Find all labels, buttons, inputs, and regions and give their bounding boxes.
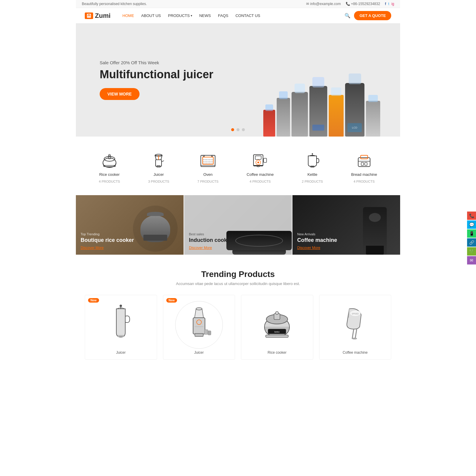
svg-point-47 [275,311,278,314]
coffee-feat-label: New Arrivals [297,232,337,236]
kettle-label: Kettle [307,172,317,177]
svg-point-35 [120,305,122,307]
instagram-icon[interactable]: ig [392,2,394,6]
category-kettle[interactable]: Kettle 2 PRODUCTS [302,151,323,183]
hero-dot-1[interactable] [231,128,234,131]
hero-text: Sale Offer 20% Off This Week Multifuncti… [100,60,213,100]
logo-icon [85,12,93,19]
rice-cooker-img [133,206,178,252]
bread-machine-icon [354,151,375,169]
product-name-1: Juicer [116,350,126,355]
svg-line-10 [162,161,164,162]
search-button[interactable]: 🔍 [345,13,350,18]
svg-rect-43 [208,331,211,335]
svg-text:SPEED: SPEED [352,313,359,315]
logo-text: Zumi [95,12,111,20]
nav-faqs[interactable]: FAQS [218,13,228,18]
twitter-icon[interactable]: t [388,2,389,6]
category-coffee[interactable]: Coffee machine 4 PRODUCTS [247,151,274,183]
bread-machine-count: 4 PRODUCTS [353,180,375,183]
rice-discover-link[interactable]: Discover More [81,246,104,250]
category-rice-cooker[interactable]: Rice cooker 4 PRODUCTS [99,151,120,183]
featured-induction[interactable]: Best sales Induction cooker Discover Mor… [184,195,292,255]
category-bread-machine[interactable]: Bread machine 4 PRODUCTS [351,151,377,183]
chevron-down-icon: ▾ [191,14,192,17]
rice-feat-title: Boutique rice cooker [81,237,134,243]
main-nav: HOME ABOUT US PRODUCTS ▾ NEWS FAQS CONTA… [123,13,345,18]
svg-rect-6 [156,160,162,166]
email-contact: ✉ info@example.com [306,2,341,6]
kettle-count: 2 PRODUCTS [302,180,323,183]
featured-rice-cooker[interactable]: Top Trending Boutique rice cooker Discov… [76,195,184,255]
get-quote-button[interactable]: GET A QUOTE [354,11,391,20]
product-card-3[interactable]: beko Rice cooker [241,295,313,360]
svg-point-37 [196,308,202,310]
oven-label: Oven [203,172,212,177]
product-img-1 [90,300,152,347]
svg-point-27 [312,153,313,154]
rice-cooker-count: 4 PRODUCTS [99,180,120,183]
category-juicer[interactable]: Juicer 3 PRODUCTS [148,151,169,183]
product-card-1[interactable]: New Juicer [85,295,157,360]
induction-feat-title: Induction cooker [189,237,232,243]
juicer-label: Juicer [154,172,164,177]
nav-home[interactable]: HOME [123,13,134,18]
svg-rect-19 [253,155,263,166]
induction-discover-link[interactable]: Discover More [189,246,212,250]
trending-section: Trending Products Accumsan vitae pede la… [76,258,400,366]
oven-icon [198,151,218,169]
svg-rect-23 [255,156,261,159]
hero-dots [231,128,245,131]
featured-coffee[interactable]: New Arrivals Coffee machine Discover Mor… [292,195,400,255]
top-bar-right: ✉ info@example.com 📞 +86-15529234832 f t… [306,2,394,6]
hero-sale-text: Sale Offer 20% Off This Week [100,60,213,65]
categories-section: Rice cooker 4 PRODUCTS Juicer 3 PRODUCTS [76,137,400,192]
social-icons: f t ig [385,2,394,6]
product-card-2[interactable]: New Juicer [163,295,235,360]
svg-rect-34 [118,335,124,337]
product-img-2 [168,300,230,347]
featured-section: Top Trending Boutique rice cooker Discov… [76,195,400,255]
category-oven[interactable]: Oven 7 PRODUCTS [197,151,218,183]
logo[interactable]: Zumi [85,12,111,20]
svg-text:beko: beko [275,331,280,333]
products-grid: New Juicer New [85,295,391,360]
nav-products[interactable]: PRODUCTS ▾ [168,13,192,18]
product-name-4: Coffee machine [343,350,368,355]
svg-point-52 [353,338,357,339]
svg-rect-20 [264,158,267,162]
coffee-label: Coffee machine [247,172,274,177]
coffee-count: 4 PRODUCTS [250,180,271,183]
svg-rect-48 [266,335,288,337]
product-card-4[interactable]: SPEED Coffee machine [319,295,392,360]
product-name-3: Rice cooker [268,350,286,355]
kettle-icon [302,151,323,169]
hero-title: Multifunctional juicer [100,68,213,81]
hero-dot-2[interactable] [237,128,239,131]
hero-dot-3[interactable] [242,128,245,131]
svg-point-14 [211,155,213,156]
juicer-icon [148,151,169,169]
coffee-feat-title: Coffee machine [297,237,337,243]
coffee-card-content: New Arrivals Coffee machine Discover Mor… [292,228,342,255]
coffee-discover-link[interactable]: Discover More [297,246,320,250]
rice-cooker-label: Rice cooker [99,172,120,177]
nav-news[interactable]: NEWS [199,13,211,18]
nav-contact[interactable]: CONTACT US [235,13,260,18]
induction-feat-label: Best sales [189,232,232,236]
header: Zumi HOME ABOUT US PRODUCTS ▾ NEWS FAQS … [76,8,400,24]
svg-rect-39 [195,333,203,336]
phone-contact: 📞 +86-15529234832 [346,2,380,6]
nav-about[interactable]: ABOUT US [141,13,161,18]
rice-cooker-icon [99,151,120,169]
svg-point-13 [203,155,204,156]
bread-machine-label: Bread machine [351,172,377,177]
hero-view-more-button[interactable]: VIEW MORE [100,88,140,100]
rice-card-content: Top Trending Boutique rice cooker Discov… [76,228,139,255]
rice-feat-label: Top Trending [81,232,134,236]
svg-rect-31 [361,162,364,165]
induction-img [229,207,289,255]
top-bar: Beautifully personalised kitchen supplie… [76,0,400,8]
juicer-count: 3 PRODUCTS [148,180,169,183]
facebook-icon[interactable]: f [385,2,386,6]
